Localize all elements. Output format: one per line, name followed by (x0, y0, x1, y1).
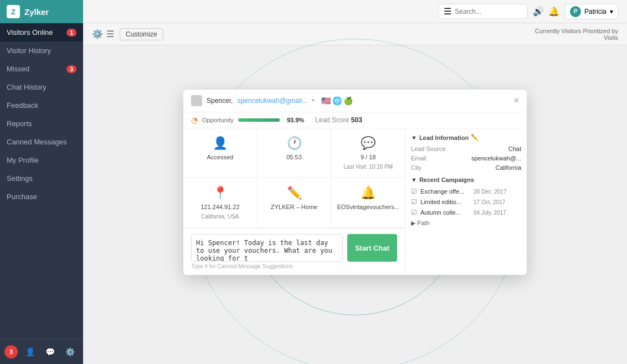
sidebar-bottom: 3 👤 💬 ⚙️ (0, 339, 83, 364)
sidebar-bottom-btn-2[interactable]: 💬 (42, 344, 58, 360)
visitor-name: Spencer, (207, 97, 233, 105)
modal-body: 👤 Accessed 🕐 05:53 💬 9 / 18 Last Visit: … (183, 128, 527, 275)
sidebar-bottom-btn-1[interactable]: 👤 (22, 344, 38, 360)
sidebar-item-feedback[interactable]: Feedback (0, 96, 83, 115)
app-logo: Z (7, 5, 20, 18)
sidebar-item-label: Canned Messages (7, 138, 76, 146)
sidebar-item-label: Reports (7, 119, 76, 128)
visitor-dot: • (312, 97, 314, 105)
currently-text: Currently Visitors Prioritized by Visits (535, 28, 618, 41)
modal-left: 👤 Accessed 🕐 05:53 💬 9 / 18 Last Visit: … (183, 128, 405, 275)
sidebar-item-label: Settings (7, 174, 76, 183)
close-button[interactable]: × (514, 96, 519, 106)
topbar: ☰ 🔊 🔔 P Patricia ▾ (83, 0, 627, 23)
user-dropdown-icon: ▾ (610, 8, 613, 15)
main-area: ☰ 🔊 🔔 P Patricia ▾ ⚙️ ☰ Customize Curren… (83, 0, 627, 364)
sidebar-nav: Visitors Online1Visitor HistoryMissed3Ch… (0, 23, 83, 206)
campaign-name: Exchange offe... (420, 188, 470, 195)
search-icon: ☰ (444, 6, 451, 17)
sidebar-item-chat-history[interactable]: Chat History (0, 78, 83, 96)
lead-row: Email spencelukwah@... (411, 155, 521, 162)
lead-row: City California (411, 164, 521, 171)
lead-info-edit-icon[interactable]: ✏️ (471, 134, 479, 141)
chat-input[interactable]: Hi Spencer! Today is the last day to use… (191, 234, 343, 262)
canned-hint: Type # for Canned Message Suggestions (191, 263, 397, 269)
opportunity-pct: 93.9% (287, 117, 304, 123)
notification-icon[interactable]: 🔔 (548, 6, 559, 17)
sidebar-item-label: Chat History (7, 83, 76, 91)
modal-overlay: Spencer, spencelukwah@gmail... • 🇺🇸 🌐 🍏 … (83, 45, 627, 364)
lead-val: Chat (508, 145, 521, 152)
sidebar-item-my-profile[interactable]: My Profile (0, 151, 83, 169)
grid-icon[interactable]: ⚙️ (92, 29, 103, 39)
campaigns-title: ▼ Recent Campaigns (411, 176, 521, 183)
opportunity-bar-fill (238, 118, 280, 122)
sidebar-bottom-btn-3[interactable]: ⚙️ (62, 344, 78, 360)
campaign-items: ☑ Exchange offe... 28 Dec, 2017☑ Limited… (411, 188, 521, 216)
sidebar-item-reports[interactable]: Reports (0, 115, 83, 133)
visitor-avatar (191, 95, 202, 106)
sidebar-item-settings[interactable]: Settings (0, 169, 83, 188)
campaign-name: Limited editio... (420, 199, 470, 205)
stat-card2: ✏️ ZYLKER – Home (258, 178, 332, 228)
lead-score: Lead Score 503 (315, 116, 362, 124)
flag-us: 🇺🇸 (321, 96, 331, 105)
campaign-check-icon: ☑ (411, 198, 417, 206)
stat-label2: 121.244.91.22 (201, 204, 239, 210)
lead-row: Lead Source Chat (411, 145, 521, 152)
sidebar-item-visitors-online[interactable]: Visitors Online1 (0, 23, 83, 41)
sidebar-item-purchase[interactable]: Purchase (0, 188, 83, 206)
lead-rows: Lead Source ChatEmail spencelukwah@...Ci… (411, 145, 521, 171)
sidebar-item-label: Visitor History (7, 46, 76, 55)
user-badge[interactable]: P Patricia ▾ (565, 4, 618, 19)
volume-icon[interactable]: 🔊 (533, 6, 544, 17)
sidebar-item-canned-messages[interactable]: Canned Messages (0, 133, 83, 151)
visitor-email[interactable]: spencelukwah@gmail... (237, 97, 307, 105)
stat-sub: Last Visit: 10:16 PM (343, 164, 393, 170)
sidebar-item-label: Missed (7, 65, 66, 73)
search-input[interactable] (455, 8, 521, 15)
sidebar-item-label: Feedback (7, 101, 76, 110)
user-avatar: P (570, 6, 581, 17)
campaign-date: 04 July, 2017 (474, 210, 506, 216)
sidebar-header: Z Zylker (0, 0, 83, 23)
progress-area: ◔ Opportunity 93.9% Lead Score 503 (183, 112, 527, 128)
lead-info-title: ▼ Lead Information ✏️ (411, 134, 521, 141)
stat-card: 🕐 05:53 (258, 128, 332, 178)
sidebar-item-visitor-history[interactable]: Visitor History (0, 41, 83, 60)
stat-card2: 📍 121.244.91.22 California, USA (183, 178, 258, 228)
app-name: Zylker (24, 7, 49, 17)
search-box[interactable]: ☰ (439, 4, 527, 19)
sidebar-item-label: My Profile (7, 156, 76, 164)
chat-area: Hi Spencer! Today is the last day to use… (183, 228, 405, 275)
stat-cards-row1: 👤 Accessed 🕐 05:53 💬 9 / 18 Last Visit: … (183, 128, 405, 178)
modal-header: Spencer, spencelukwah@gmail... • 🇺🇸 🌐 🍏 … (183, 90, 527, 112)
stat-label: Accessed (207, 154, 233, 160)
lead-key: Lead Source (411, 145, 445, 152)
campaign-check-icon: ☑ (411, 188, 417, 195)
lead-key: Email (411, 155, 426, 162)
flag-icons: 🇺🇸 🌐 🍏 (321, 96, 353, 105)
list-icon[interactable]: ☰ (106, 29, 114, 39)
lead-score-label: Lead Score (315, 116, 349, 124)
sidebar: Z Zylker Visitors Online1Visitor History… (0, 0, 83, 364)
stat-icon: 👤 (213, 136, 228, 150)
topbar-icons: 🔊 🔔 (533, 6, 559, 17)
start-chat-button[interactable]: Start Chat (347, 234, 397, 262)
sidebar-item-missed[interactable]: Missed3 (0, 60, 83, 78)
sidebar-item-badge: 3 (66, 65, 76, 73)
path-label[interactable]: ▶ Path (411, 220, 521, 227)
path-arrow: ▶ (411, 220, 415, 226)
opportunity-icon: ◔ (191, 116, 198, 124)
stat-label: 9 / 18 (361, 154, 376, 160)
campaign-item: ☑ Limited editio... 17 Oct, 2017 (411, 198, 521, 206)
chat-input-row: Hi Spencer! Today is the last day to use… (191, 234, 397, 262)
stat-card2: 🔔 EOSvintagevouchers... (331, 178, 405, 228)
customize-button[interactable]: Customize (120, 28, 163, 40)
stat-cards-row2: 📍 121.244.91.22 California, USA✏️ ZYLKER… (183, 178, 405, 228)
opportunity-bar: ◔ Opportunity 93.9% (191, 116, 304, 124)
circles-area: Spencer, spencelukwah@gmail... • 🇺🇸 🌐 🍏 … (83, 45, 627, 364)
sidebar-item-label: Visitors Online (7, 28, 66, 37)
campaign-date: 17 Oct, 2017 (474, 199, 505, 205)
stat-icon: 🕐 (287, 136, 302, 150)
